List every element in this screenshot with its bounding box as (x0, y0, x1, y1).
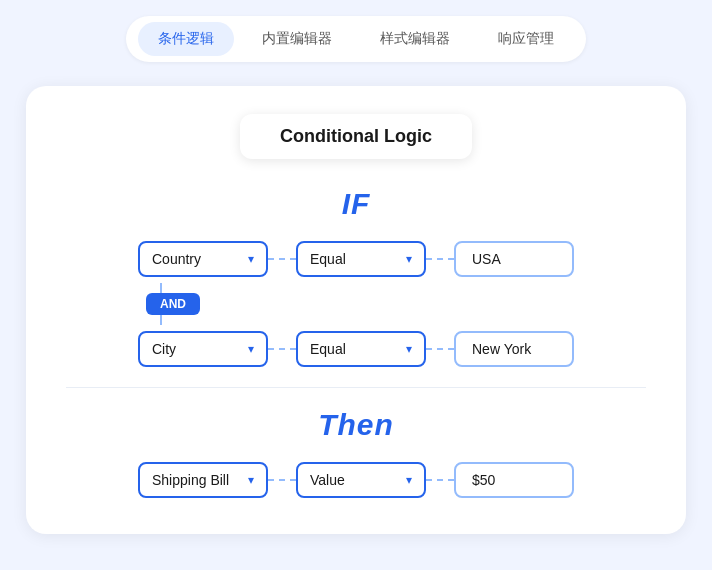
condition1-field-label: Country (152, 251, 201, 267)
then-section: Then Shipping Bill ▾ Value ▾ $50 (66, 408, 646, 498)
if-heading: IF (66, 187, 646, 221)
section-divider (66, 387, 646, 388)
then-field-label: Shipping Bill (152, 472, 229, 488)
condition1-field-chevron: ▾ (248, 252, 254, 266)
condition2-field-chevron: ▾ (248, 342, 254, 356)
dashed-line-1b (426, 258, 454, 260)
condition-row-1: Country ▾ Equal ▾ USA (66, 241, 646, 277)
outer-card: 条件逻辑 内置编辑器 样式编辑器 响应管理 Conditional Logic … (0, 0, 712, 570)
condition2-field-select[interactable]: City ▾ (138, 331, 268, 367)
then-operator-chevron: ▾ (406, 473, 412, 487)
and-connector: AND (66, 283, 646, 325)
condition1-value: USA (454, 241, 574, 277)
dashed-line-3b (426, 479, 454, 481)
condition2-field-label: City (152, 341, 176, 357)
then-value: $50 (454, 462, 574, 498)
condition2-operator-label: Equal (310, 341, 346, 357)
tab-conditional-logic[interactable]: 条件逻辑 (138, 22, 234, 56)
then-field-select[interactable]: Shipping Bill ▾ (138, 462, 268, 498)
then-condition-row: Shipping Bill ▾ Value ▾ $50 (66, 462, 646, 498)
then-operator-label: Value (310, 472, 345, 488)
condition-row-2: City ▾ Equal ▾ New York (66, 331, 646, 367)
tab-bar: 条件逻辑 内置编辑器 样式编辑器 响应管理 (126, 16, 586, 62)
condition2-operator-chevron: ▾ (406, 342, 412, 356)
tab-built-in-editor[interactable]: 内置编辑器 (242, 22, 352, 56)
title-badge-wrapper: Conditional Logic (66, 114, 646, 159)
and-line-top (160, 283, 162, 293)
condition1-field-select[interactable]: Country ▾ (138, 241, 268, 277)
condition1-operator-select[interactable]: Equal ▾ (296, 241, 426, 277)
condition2-value: New York (454, 331, 574, 367)
if-condition-block: Country ▾ Equal ▾ USA AND Ci (66, 241, 646, 367)
tab-response-manager[interactable]: 响应管理 (478, 22, 574, 56)
and-line-bottom (160, 315, 162, 325)
condition2-operator-select[interactable]: Equal ▾ (296, 331, 426, 367)
then-heading: Then (66, 408, 646, 442)
and-badge[interactable]: AND (146, 293, 200, 315)
dashed-line-2a (268, 348, 296, 350)
main-card: Conditional Logic IF Country ▾ Equal ▾ U… (26, 86, 686, 534)
dashed-line-2b (426, 348, 454, 350)
dashed-line-1a (268, 258, 296, 260)
condition1-operator-chevron: ▾ (406, 252, 412, 266)
then-field-chevron: ▾ (248, 473, 254, 487)
condition1-operator-label: Equal (310, 251, 346, 267)
dashed-line-3a (268, 479, 296, 481)
card-title: Conditional Logic (240, 114, 472, 159)
then-operator-select[interactable]: Value ▾ (296, 462, 426, 498)
tab-style-editor[interactable]: 样式编辑器 (360, 22, 470, 56)
